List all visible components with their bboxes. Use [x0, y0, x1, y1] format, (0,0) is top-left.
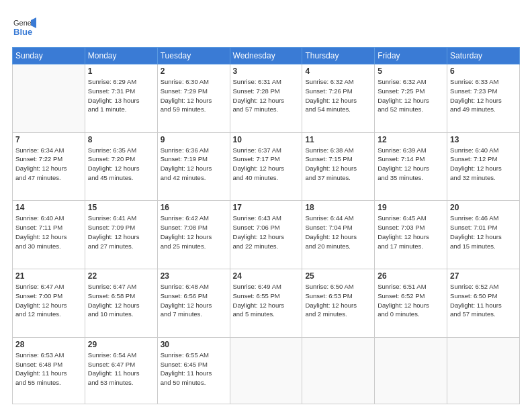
calendar-cell: 5Sunrise: 6:32 AM Sunset: 7:25 PM Daylig… — [375, 64, 447, 133]
calendar-cell: 21Sunrise: 6:47 AM Sunset: 7:00 PM Dayli… — [13, 269, 85, 338]
day-number: 22 — [88, 271, 154, 281]
day-info: Sunrise: 6:40 AM Sunset: 7:11 PM Dayligh… — [15, 214, 82, 250]
day-info: Sunrise: 6:51 AM Sunset: 6:52 PM Dayligh… — [378, 282, 444, 319]
day-info: Sunrise: 6:50 AM Sunset: 6:53 PM Dayligh… — [305, 282, 371, 319]
day-number: 21 — [15, 271, 82, 281]
calendar-cell: 8Sunrise: 6:35 AM Sunset: 7:20 PM Daylig… — [85, 132, 157, 201]
calendar-cell — [302, 337, 375, 404]
day-number: 26 — [378, 271, 444, 281]
day-number: 2 — [161, 66, 227, 76]
svg-text:Blue: Blue — [13, 27, 32, 37]
day-number: 14 — [15, 203, 82, 212]
calendar-day-header: Thursday — [302, 48, 375, 64]
calendar-cell: 1Sunrise: 6:29 AM Sunset: 7:31 PM Daylig… — [85, 64, 157, 133]
header: General Blue — [12, 12, 520, 42]
day-info: Sunrise: 6:52 AM Sunset: 6:50 PM Dayligh… — [450, 282, 517, 319]
page: General Blue SundayMondayTuesdayWednesda… — [0, 0, 532, 411]
day-number: 28 — [15, 340, 82, 349]
calendar-cell: 13Sunrise: 6:40 AM Sunset: 7:12 PM Dayli… — [447, 132, 520, 201]
calendar-cell: 16Sunrise: 6:42 AM Sunset: 7:08 PM Dayli… — [157, 201, 230, 269]
day-info: Sunrise: 6:44 AM Sunset: 7:04 PM Dayligh… — [305, 214, 371, 250]
day-number: 27 — [450, 271, 517, 281]
day-number: 13 — [450, 135, 517, 144]
calendar-cell: 19Sunrise: 6:45 AM Sunset: 7:03 PM Dayli… — [375, 201, 447, 269]
day-info: Sunrise: 6:55 AM Sunset: 6:45 PM Dayligh… — [161, 351, 227, 387]
day-info: Sunrise: 6:47 AM Sunset: 6:58 PM Dayligh… — [88, 282, 154, 319]
day-info: Sunrise: 6:48 AM Sunset: 6:56 PM Dayligh… — [161, 282, 227, 319]
calendar-cell: 4Sunrise: 6:32 AM Sunset: 7:26 PM Daylig… — [302, 64, 375, 133]
day-info: Sunrise: 6:41 AM Sunset: 7:09 PM Dayligh… — [88, 214, 154, 250]
day-number: 25 — [305, 271, 371, 281]
calendar-cell: 25Sunrise: 6:50 AM Sunset: 6:53 PM Dayli… — [302, 269, 375, 338]
day-info: Sunrise: 6:45 AM Sunset: 7:03 PM Dayligh… — [378, 214, 444, 250]
day-info: Sunrise: 6:43 AM Sunset: 7:06 PM Dayligh… — [233, 214, 300, 250]
calendar-cell: 3Sunrise: 6:31 AM Sunset: 7:28 PM Daylig… — [230, 64, 302, 133]
calendar-cell: 12Sunrise: 6:39 AM Sunset: 7:14 PM Dayli… — [375, 132, 447, 201]
day-info: Sunrise: 6:39 AM Sunset: 7:14 PM Dayligh… — [378, 146, 444, 183]
logo: General Blue — [12, 15, 36, 42]
calendar-day-header: Tuesday — [157, 48, 230, 64]
day-number: 18 — [305, 203, 371, 212]
day-number: 24 — [233, 271, 300, 281]
day-info: Sunrise: 6:33 AM Sunset: 7:23 PM Dayligh… — [450, 77, 517, 114]
day-info: Sunrise: 6:49 AM Sunset: 6:55 PM Dayligh… — [233, 282, 300, 319]
day-number: 8 — [88, 135, 154, 144]
calendar-cell: 18Sunrise: 6:44 AM Sunset: 7:04 PM Dayli… — [302, 201, 375, 269]
day-number: 7 — [15, 135, 82, 144]
day-number: 3 — [233, 66, 300, 76]
calendar-cell: 17Sunrise: 6:43 AM Sunset: 7:06 PM Dayli… — [230, 201, 302, 269]
day-info: Sunrise: 6:40 AM Sunset: 7:12 PM Dayligh… — [450, 146, 517, 183]
day-info: Sunrise: 6:29 AM Sunset: 7:31 PM Dayligh… — [88, 77, 154, 114]
calendar-header-row: SundayMondayTuesdayWednesdayThursdayFrid… — [13, 48, 520, 64]
calendar-cell: 28Sunrise: 6:53 AM Sunset: 6:48 PM Dayli… — [13, 337, 85, 404]
day-number: 1 — [88, 66, 154, 76]
calendar-cell: 11Sunrise: 6:38 AM Sunset: 7:15 PM Dayli… — [302, 132, 375, 201]
calendar-cell — [375, 337, 447, 404]
day-number: 16 — [161, 203, 227, 212]
day-info: Sunrise: 6:31 AM Sunset: 7:28 PM Dayligh… — [233, 77, 300, 114]
calendar-cell — [230, 337, 302, 404]
day-info: Sunrise: 6:34 AM Sunset: 7:22 PM Dayligh… — [15, 146, 82, 183]
day-number: 19 — [378, 203, 444, 212]
day-info: Sunrise: 6:37 AM Sunset: 7:17 PM Dayligh… — [233, 146, 300, 183]
calendar-cell: 9Sunrise: 6:36 AM Sunset: 7:19 PM Daylig… — [157, 132, 230, 201]
calendar-cell: 10Sunrise: 6:37 AM Sunset: 7:17 PM Dayli… — [230, 132, 302, 201]
day-number: 12 — [378, 135, 444, 144]
calendar-cell — [447, 337, 520, 404]
day-info: Sunrise: 6:46 AM Sunset: 7:01 PM Dayligh… — [450, 214, 517, 250]
calendar-day-header: Monday — [85, 48, 157, 64]
calendar-table: SundayMondayTuesdayWednesdayThursdayFrid… — [12, 47, 520, 404]
day-number: 17 — [233, 203, 300, 212]
calendar-cell: 2Sunrise: 6:30 AM Sunset: 7:29 PM Daylig… — [157, 64, 230, 133]
day-number: 23 — [161, 271, 227, 281]
calendar-day-header: Wednesday — [230, 48, 302, 64]
day-number: 20 — [450, 203, 517, 212]
calendar-day-header: Saturday — [447, 48, 520, 64]
day-number: 10 — [233, 135, 300, 144]
calendar-cell: 20Sunrise: 6:46 AM Sunset: 7:01 PM Dayli… — [447, 201, 520, 269]
calendar-cell: 29Sunrise: 6:54 AM Sunset: 6:47 PM Dayli… — [85, 337, 157, 404]
calendar-cell: 7Sunrise: 6:34 AM Sunset: 7:22 PM Daylig… — [13, 132, 85, 201]
day-info: Sunrise: 6:32 AM Sunset: 7:25 PM Dayligh… — [378, 77, 444, 114]
calendar-cell: 30Sunrise: 6:55 AM Sunset: 6:45 PM Dayli… — [157, 337, 230, 404]
day-info: Sunrise: 6:42 AM Sunset: 7:08 PM Dayligh… — [161, 214, 227, 250]
calendar-cell: 6Sunrise: 6:33 AM Sunset: 7:23 PM Daylig… — [447, 64, 520, 133]
day-number: 6 — [450, 66, 517, 76]
calendar-cell: 26Sunrise: 6:51 AM Sunset: 6:52 PM Dayli… — [375, 269, 447, 338]
day-info: Sunrise: 6:35 AM Sunset: 7:20 PM Dayligh… — [88, 146, 154, 183]
logo-icon: General Blue — [12, 15, 36, 39]
day-number: 9 — [161, 135, 227, 144]
day-info: Sunrise: 6:30 AM Sunset: 7:29 PM Dayligh… — [161, 77, 227, 114]
calendar-day-header: Sunday — [13, 48, 85, 64]
day-number: 29 — [88, 340, 154, 349]
calendar-cell: 22Sunrise: 6:47 AM Sunset: 6:58 PM Dayli… — [85, 269, 157, 338]
calendar-day-header: Friday — [375, 48, 447, 64]
day-number: 15 — [88, 203, 154, 212]
day-info: Sunrise: 6:53 AM Sunset: 6:48 PM Dayligh… — [15, 351, 82, 387]
day-info: Sunrise: 6:38 AM Sunset: 7:15 PM Dayligh… — [305, 146, 371, 183]
calendar-cell: 27Sunrise: 6:52 AM Sunset: 6:50 PM Dayli… — [447, 269, 520, 338]
calendar-cell: 14Sunrise: 6:40 AM Sunset: 7:11 PM Dayli… — [13, 201, 85, 269]
day-number: 11 — [305, 135, 371, 144]
calendar-cell: 24Sunrise: 6:49 AM Sunset: 6:55 PM Dayli… — [230, 269, 302, 338]
calendar-cell: 15Sunrise: 6:41 AM Sunset: 7:09 PM Dayli… — [85, 201, 157, 269]
